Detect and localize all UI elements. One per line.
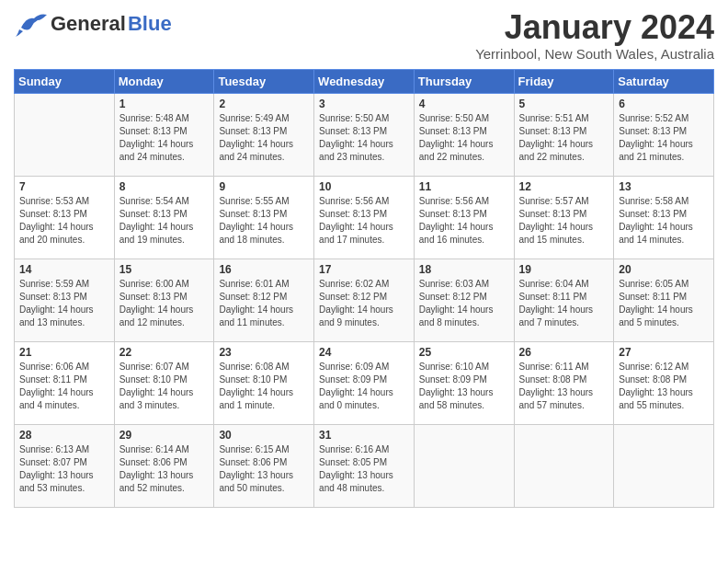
- day-info: Sunrise: 6:11 AM Sunset: 8:08 PM Dayligh…: [519, 361, 609, 412]
- day-number: 7: [19, 180, 109, 193]
- day-info: Sunrise: 6:05 AM Sunset: 8:11 PM Dayligh…: [619, 278, 709, 329]
- day-number: 30: [219, 429, 309, 442]
- calendar-cell: 19Sunrise: 6:04 AM Sunset: 8:11 PM Dayli…: [514, 259, 614, 341]
- calendar-cell: 27Sunrise: 6:12 AM Sunset: 8:08 PM Dayli…: [614, 341, 714, 424]
- calendar-cell: 29Sunrise: 6:14 AM Sunset: 8:06 PM Dayli…: [114, 424, 214, 507]
- day-number: 24: [319, 346, 409, 359]
- day-info: Sunrise: 5:56 AM Sunset: 8:13 PM Dayligh…: [319, 195, 409, 247]
- week-row-4: 21Sunrise: 6:06 AM Sunset: 8:11 PM Dayli…: [15, 341, 714, 424]
- calendar-cell: 17Sunrise: 6:02 AM Sunset: 8:12 PM Dayli…: [314, 259, 415, 341]
- week-row-3: 14Sunrise: 5:59 AM Sunset: 8:13 PM Dayli…: [15, 259, 714, 341]
- calendar-cell: 5Sunrise: 5:51 AM Sunset: 8:13 PM Daylig…: [514, 93, 614, 176]
- day-number: 20: [619, 263, 709, 276]
- day-number: 22: [119, 346, 210, 359]
- calendar-cell: 16Sunrise: 6:01 AM Sunset: 8:12 PM Dayli…: [214, 259, 314, 341]
- day-number: 9: [219, 180, 309, 193]
- location: Yerrinbool, New South Wales, Australia: [475, 46, 714, 62]
- weekday-header-row: SundayMondayTuesdayWednesdayThursdayFrid…: [15, 69, 714, 93]
- day-info: Sunrise: 6:06 AM Sunset: 8:11 PM Dayligh…: [19, 361, 109, 412]
- day-number: 10: [319, 180, 409, 193]
- day-info: Sunrise: 6:10 AM Sunset: 8:09 PM Dayligh…: [419, 361, 509, 412]
- day-info: Sunrise: 5:58 AM Sunset: 8:13 PM Dayligh…: [619, 195, 709, 247]
- weekday-friday: Friday: [514, 69, 614, 93]
- day-number: 25: [419, 346, 509, 359]
- day-number: 12: [519, 180, 609, 193]
- calendar-cell: 7Sunrise: 5:53 AM Sunset: 8:13 PM Daylig…: [15, 176, 115, 259]
- day-number: 15: [119, 263, 210, 276]
- weekday-monday: Monday: [114, 69, 214, 93]
- calendar-body: 1Sunrise: 5:48 AM Sunset: 8:13 PM Daylig…: [15, 93, 714, 507]
- calendar-cell: [514, 424, 614, 507]
- logo: GeneralBlue: [14, 9, 172, 39]
- day-number: 11: [419, 180, 509, 193]
- calendar-cell: 8Sunrise: 5:54 AM Sunset: 8:13 PM Daylig…: [114, 176, 214, 259]
- day-number: 21: [19, 346, 109, 359]
- day-number: 1: [119, 98, 210, 110]
- weekday-saturday: Saturday: [614, 69, 714, 93]
- day-info: Sunrise: 6:08 AM Sunset: 8:10 PM Dayligh…: [219, 361, 309, 412]
- calendar-cell: 2Sunrise: 5:49 AM Sunset: 8:13 PM Daylig…: [214, 93, 314, 176]
- week-row-5: 28Sunrise: 6:13 AM Sunset: 8:07 PM Dayli…: [15, 424, 714, 507]
- day-info: Sunrise: 5:50 AM Sunset: 8:13 PM Dayligh…: [319, 112, 409, 164]
- day-info: Sunrise: 6:12 AM Sunset: 8:08 PM Dayligh…: [619, 361, 709, 412]
- weekday-thursday: Thursday: [414, 69, 514, 93]
- day-number: 29: [119, 429, 210, 442]
- day-number: 23: [219, 346, 309, 359]
- day-info: Sunrise: 5:48 AM Sunset: 8:13 PM Dayligh…: [119, 112, 210, 164]
- calendar-cell: 11Sunrise: 5:56 AM Sunset: 8:13 PM Dayli…: [414, 176, 514, 259]
- calendar-cell: [614, 424, 714, 507]
- day-info: Sunrise: 6:15 AM Sunset: 8:06 PM Dayligh…: [219, 443, 309, 495]
- calendar-cell: 21Sunrise: 6:06 AM Sunset: 8:11 PM Dayli…: [15, 341, 115, 424]
- day-info: Sunrise: 6:04 AM Sunset: 8:11 PM Dayligh…: [519, 278, 609, 329]
- calendar-cell: 1Sunrise: 5:48 AM Sunset: 8:13 PM Daylig…: [114, 93, 214, 176]
- calendar-cell: 20Sunrise: 6:05 AM Sunset: 8:11 PM Dayli…: [614, 259, 714, 341]
- day-info: Sunrise: 6:02 AM Sunset: 8:12 PM Dayligh…: [319, 278, 409, 329]
- day-number: 8: [119, 180, 210, 193]
- day-number: 14: [19, 263, 109, 276]
- weekday-wednesday: Wednesday: [314, 69, 415, 93]
- calendar-cell: 10Sunrise: 5:56 AM Sunset: 8:13 PM Dayli…: [314, 176, 415, 259]
- day-number: 27: [619, 346, 709, 359]
- day-info: Sunrise: 5:52 AM Sunset: 8:13 PM Dayligh…: [619, 112, 709, 164]
- day-number: 5: [519, 98, 609, 110]
- calendar-cell: 18Sunrise: 6:03 AM Sunset: 8:12 PM Dayli…: [414, 259, 514, 341]
- weekday-tuesday: Tuesday: [214, 69, 314, 93]
- day-info: Sunrise: 5:59 AM Sunset: 8:13 PM Dayligh…: [19, 278, 109, 329]
- day-info: Sunrise: 5:54 AM Sunset: 8:13 PM Dayligh…: [119, 195, 210, 247]
- day-info: Sunrise: 5:49 AM Sunset: 8:13 PM Dayligh…: [219, 112, 309, 164]
- day-number: 28: [19, 429, 109, 442]
- day-number: 17: [319, 263, 409, 276]
- logo-icon: [14, 9, 49, 39]
- calendar-cell: 12Sunrise: 5:57 AM Sunset: 8:13 PM Dayli…: [514, 176, 614, 259]
- day-number: 3: [319, 98, 409, 110]
- calendar-cell: [15, 93, 115, 176]
- day-info: Sunrise: 5:51 AM Sunset: 8:13 PM Dayligh…: [519, 112, 609, 164]
- day-number: 6: [619, 98, 709, 110]
- calendar-cell: 9Sunrise: 5:55 AM Sunset: 8:13 PM Daylig…: [214, 176, 314, 259]
- logo-text-general: General: [51, 12, 126, 36]
- day-info: Sunrise: 6:13 AM Sunset: 8:07 PM Dayligh…: [19, 443, 109, 495]
- calendar-cell: 14Sunrise: 5:59 AM Sunset: 8:13 PM Dayli…: [15, 259, 115, 341]
- calendar-cell: [414, 424, 514, 507]
- day-number: 31: [319, 429, 409, 442]
- day-info: Sunrise: 5:55 AM Sunset: 8:13 PM Dayligh…: [219, 195, 309, 247]
- calendar-cell: 22Sunrise: 6:07 AM Sunset: 8:10 PM Dayli…: [114, 341, 214, 424]
- calendar-cell: 4Sunrise: 5:50 AM Sunset: 8:13 PM Daylig…: [414, 93, 514, 176]
- day-number: 2: [219, 98, 309, 110]
- day-number: 4: [419, 98, 509, 110]
- calendar-cell: 15Sunrise: 6:00 AM Sunset: 8:13 PM Dayli…: [114, 259, 214, 341]
- day-info: Sunrise: 6:16 AM Sunset: 8:05 PM Dayligh…: [319, 443, 409, 495]
- day-info: Sunrise: 5:50 AM Sunset: 8:13 PM Dayligh…: [419, 112, 509, 164]
- day-number: 26: [519, 346, 609, 359]
- day-info: Sunrise: 5:53 AM Sunset: 8:13 PM Dayligh…: [19, 195, 109, 247]
- day-number: 13: [619, 180, 709, 193]
- logo-text-blue: Blue: [128, 12, 172, 36]
- day-info: Sunrise: 6:14 AM Sunset: 8:06 PM Dayligh…: [119, 443, 210, 495]
- calendar-cell: 24Sunrise: 6:09 AM Sunset: 8:09 PM Dayli…: [314, 341, 415, 424]
- calendar-cell: 30Sunrise: 6:15 AM Sunset: 8:06 PM Dayli…: [214, 424, 314, 507]
- week-row-2: 7Sunrise: 5:53 AM Sunset: 8:13 PM Daylig…: [15, 176, 714, 259]
- day-info: Sunrise: 5:56 AM Sunset: 8:13 PM Dayligh…: [419, 195, 509, 247]
- calendar-cell: 31Sunrise: 6:16 AM Sunset: 8:05 PM Dayli…: [314, 424, 415, 507]
- day-info: Sunrise: 5:57 AM Sunset: 8:13 PM Dayligh…: [519, 195, 609, 247]
- calendar-cell: 3Sunrise: 5:50 AM Sunset: 8:13 PM Daylig…: [314, 93, 415, 176]
